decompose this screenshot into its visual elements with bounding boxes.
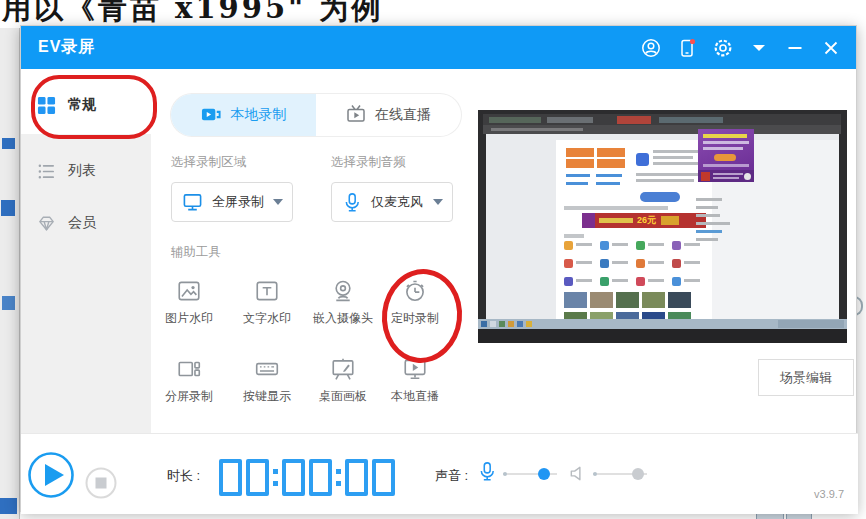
mode-tabs: 本地录制 在线直播	[171, 94, 461, 136]
minimize-icon[interactable]	[784, 37, 806, 59]
chevron-down-icon	[433, 199, 443, 205]
tool-split-screen[interactable]: 分屏录制	[151, 356, 227, 405]
speaker-volume-icon	[568, 464, 587, 487]
record-area-value: 全屏录制	[212, 193, 264, 211]
tool-local-live[interactable]: 本地直播	[377, 356, 453, 405]
grid-icon	[37, 96, 56, 115]
background-artifact	[2, 138, 15, 149]
record-area-dropdown[interactable]: 全屏录制	[171, 182, 293, 222]
tab-local-record[interactable]: 本地录制	[171, 94, 316, 136]
tool-webcam[interactable]: 嵌入摄像头	[305, 278, 381, 327]
preview-taskbar	[478, 319, 847, 329]
background-artifact	[0, 498, 17, 514]
preview-ad-purple	[698, 129, 754, 170]
mobile-sync-icon[interactable]	[676, 37, 698, 59]
scene-edit-label: 场景编辑	[780, 369, 832, 387]
tool-image-watermark[interactable]: 图片水印	[151, 278, 227, 327]
tool-key-display[interactable]: 按键显示	[229, 356, 305, 405]
tab-label: 本地录制	[231, 106, 287, 124]
account-icon[interactable]	[640, 37, 662, 59]
tool-text-watermark[interactable]: 文字水印	[229, 278, 305, 327]
sidebar-item-general[interactable]: 常规	[21, 82, 151, 128]
record-area-label: 选择录制区域	[171, 154, 246, 171]
speaker-volume-handle[interactable]	[632, 468, 644, 480]
record-audio-value: 仅麦克风	[371, 193, 423, 211]
preview-banner-price: 26元	[637, 216, 656, 225]
camcorder-icon	[201, 105, 222, 126]
tab-label: 在线直播	[375, 106, 431, 124]
preview-ad-strip	[698, 170, 754, 182]
tv-live-icon	[346, 104, 366, 126]
preview-promo-banner: 26元	[582, 213, 706, 228]
screen-preview: 26元	[478, 110, 847, 343]
tool-label: 本地直播	[377, 388, 453, 405]
stop-record-button[interactable]	[85, 467, 117, 499]
settings-gear-icon[interactable]	[712, 37, 734, 59]
background-window-strip	[0, 28, 20, 519]
background-artifact	[2, 296, 15, 310]
sidebar-item-vip[interactable]: 会员	[21, 200, 151, 246]
scene-edit-button[interactable]: 场景编辑	[758, 359, 854, 396]
app-window: EV录屏	[20, 25, 857, 512]
mic-volume-slider[interactable]	[503, 467, 557, 481]
sidebar-item-label: 常规	[68, 96, 96, 114]
duration-label: 时长 :	[167, 467, 200, 485]
window-title: EV录屏	[38, 37, 95, 58]
tool-label: 分屏录制	[151, 388, 227, 405]
chevron-down-icon	[273, 199, 283, 205]
mic-volume-icon	[477, 461, 497, 486]
microphone-icon	[342, 192, 362, 213]
list-icon	[37, 162, 56, 181]
tab-online-live[interactable]: 在线直播	[316, 94, 461, 136]
mic-volume-handle[interactable]	[538, 468, 550, 480]
tools-section-title: 辅助工具	[171, 244, 221, 261]
preview-browser-addressbar	[483, 125, 841, 134]
sidebar-item-list[interactable]: 列表	[21, 148, 151, 194]
background-artifact	[1, 200, 15, 216]
tool-label: 嵌入摄像头	[305, 310, 381, 327]
preview-bottom-edge	[478, 329, 847, 343]
record-audio-dropdown[interactable]: 仅麦克风	[331, 182, 453, 222]
more-dropdown-icon[interactable]	[748, 37, 770, 59]
sound-label: 声音 :	[435, 467, 468, 485]
record-audio-label: 选择录制音频	[331, 154, 406, 171]
titlebar[interactable]: EV录屏	[21, 26, 856, 69]
tool-desktop-board[interactable]: 桌面画板	[305, 356, 381, 405]
timer-display	[217, 459, 397, 496]
speaker-volume-slider[interactable]	[593, 467, 647, 481]
sidebar-item-label: 会员	[68, 214, 96, 232]
tool-timer-record[interactable]: 定时录制	[377, 278, 453, 327]
version-label: v3.9.7	[814, 488, 844, 500]
tool-label: 按键显示	[229, 388, 305, 405]
start-record-button[interactable]	[27, 451, 75, 499]
close-icon[interactable]	[820, 37, 842, 59]
preview-page-content: 26元	[556, 140, 712, 319]
tool-label: 文字水印	[229, 310, 305, 327]
tool-label: 定时录制	[377, 310, 453, 327]
sidebar-item-label: 列表	[68, 162, 96, 180]
monitor-icon	[182, 192, 203, 212]
tool-label: 桌面画板	[305, 388, 381, 405]
preview-browser-tabbar	[483, 114, 841, 125]
vip-diamond-icon	[37, 214, 56, 233]
tool-label: 图片水印	[151, 310, 227, 327]
